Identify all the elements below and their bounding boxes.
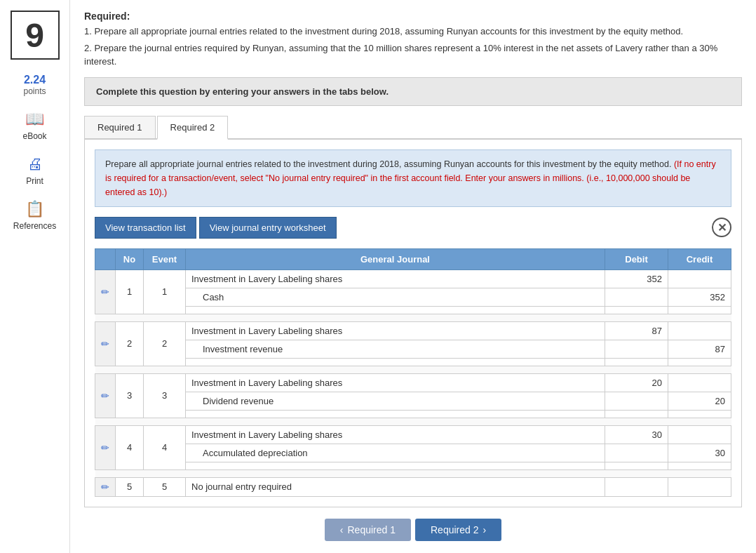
event-cell: 1 — [144, 269, 186, 314]
step1-text: 1. Prepare all appropriate journal entri… — [84, 25, 742, 39]
credit-cell — [668, 425, 731, 444]
no-cell: 1 — [116, 269, 144, 314]
debit-cell — [605, 477, 668, 496]
tabs-container: Required 1 Required 2 — [84, 116, 742, 140]
edit-cell[interactable]: ✏ — [95, 269, 116, 314]
edit-icon[interactable]: ✏ — [101, 390, 109, 401]
view-journal-button[interactable]: View journal entry worksheet — [199, 217, 337, 239]
table-spacer-row — [95, 469, 731, 477]
references-label: References — [13, 221, 56, 231]
credit-cell — [668, 321, 731, 340]
book-icon: 📖 — [25, 110, 44, 128]
edit-cell[interactable]: ✏ — [95, 425, 116, 469]
account-cell: Accumulated depreciation — [186, 444, 605, 462]
debit-cell — [605, 288, 668, 306]
account-cell: No journal entry required — [186, 477, 605, 496]
description-box: Prepare all appropriate journal entries … — [95, 149, 731, 207]
tab-required2[interactable]: Required 2 — [157, 116, 229, 140]
sidebar-item-ebook[interactable]: 📖 eBook — [22, 110, 46, 141]
table-spacer-row — [95, 366, 731, 373]
debit-cell — [605, 462, 668, 469]
sidebar-item-references[interactable]: 📋 References — [13, 200, 56, 231]
debit-cell — [605, 444, 668, 462]
tab-content: Prepare all appropriate journal entries … — [84, 140, 742, 507]
points-value: 2.24 — [23, 74, 46, 86]
sidebar-item-print[interactable]: 🖨 Print — [26, 155, 43, 186]
debit-cell — [605, 340, 668, 358]
credit-cell — [668, 358, 731, 366]
account-cell — [186, 410, 605, 418]
credit-cell — [668, 269, 731, 288]
no-cell: 4 — [116, 425, 144, 469]
ebook-label: eBook — [22, 131, 46, 141]
action-buttons: View transaction list View journal entry… — [95, 217, 731, 239]
credit-cell: 352 — [668, 288, 731, 306]
description-main: Prepare all appropriate journal entries … — [105, 159, 671, 169]
print-icon: 🖨 — [27, 155, 43, 173]
event-cell: 4 — [144, 425, 186, 469]
account-cell — [186, 358, 605, 366]
account-cell: Investment revenue — [186, 340, 605, 358]
close-icon: ✕ — [717, 221, 727, 234]
debit-cell — [605, 392, 668, 410]
debit-cell — [605, 410, 668, 418]
edit-cell[interactable]: ✏ — [95, 321, 116, 366]
table-spacer-row — [95, 418, 731, 425]
debit-cell: 20 — [605, 373, 668, 392]
debit-cell — [605, 358, 668, 366]
instruction-box: Complete this question by entering your … — [84, 77, 742, 106]
problem-header: Required: 1. Prepare all appropriate jou… — [84, 11, 742, 69]
account-cell — [186, 462, 605, 469]
table-spacer-row — [95, 314, 731, 321]
general-journal-header: General Journal — [186, 248, 605, 269]
edit-icon[interactable]: ✏ — [101, 286, 109, 298]
event-header: Event — [144, 248, 186, 269]
credit-cell — [668, 410, 731, 418]
close-button[interactable]: ✕ — [712, 218, 731, 237]
edit-icon[interactable]: ✏ — [101, 442, 109, 453]
event-cell: 5 — [144, 477, 186, 496]
required-label: Required: — [84, 11, 130, 22]
journal-table: No Event General Journal Debit Credit ✏1… — [95, 248, 731, 497]
prev-arrow-icon: ‹ — [340, 524, 344, 535]
account-cell: Investment in Lavery Labeling shares — [186, 373, 605, 392]
account-cell — [186, 306, 605, 314]
event-cell: 2 — [144, 321, 186, 366]
problem-number: 9 — [11, 11, 60, 60]
prev-button[interactable]: ‹ Required 1 — [325, 519, 411, 541]
debit-cell — [605, 306, 668, 314]
credit-cell — [668, 306, 731, 314]
points-label: points — [23, 86, 46, 96]
print-label: Print — [26, 176, 43, 186]
prev-button-label: Required 1 — [348, 524, 396, 535]
edit-icon[interactable]: ✏ — [101, 481, 109, 493]
next-button[interactable]: Required 2 › — [415, 519, 501, 541]
credit-cell: 87 — [668, 340, 731, 358]
no-header: No — [116, 248, 144, 269]
debit-cell: 352 — [605, 269, 668, 288]
step2-text: 2. Prepare the journal entries required … — [84, 41, 742, 69]
account-cell: Investment in Lavery Labeling shares — [186, 269, 605, 288]
account-cell: Investment in Lavery Labeling shares — [186, 425, 605, 444]
account-cell: Investment in Lavery Labeling shares — [186, 321, 605, 340]
debit-cell: 87 — [605, 321, 668, 340]
debit-cell: 30 — [605, 425, 668, 444]
tab-required1[interactable]: Required 1 — [84, 116, 156, 138]
references-icon: 📋 — [25, 200, 44, 218]
instruction-text: Complete this question by entering your … — [96, 86, 389, 97]
account-cell: Dividend revenue — [186, 392, 605, 410]
credit-header: Credit — [668, 248, 731, 269]
account-cell: Cash — [186, 288, 605, 306]
edit-cell[interactable]: ✏ — [95, 373, 116, 418]
view-transaction-button[interactable]: View transaction list — [95, 217, 196, 239]
credit-cell: 30 — [668, 444, 731, 462]
no-cell: 2 — [116, 321, 144, 366]
edit-cell[interactable]: ✏ — [95, 477, 116, 496]
credit-cell: 20 — [668, 392, 731, 410]
edit-icon[interactable]: ✏ — [101, 338, 109, 349]
next-button-label: Required 2 — [431, 524, 479, 535]
edit-header — [95, 248, 116, 269]
points-section: 2.24 points — [23, 74, 46, 96]
event-cell: 3 — [144, 373, 186, 418]
credit-cell — [668, 373, 731, 392]
